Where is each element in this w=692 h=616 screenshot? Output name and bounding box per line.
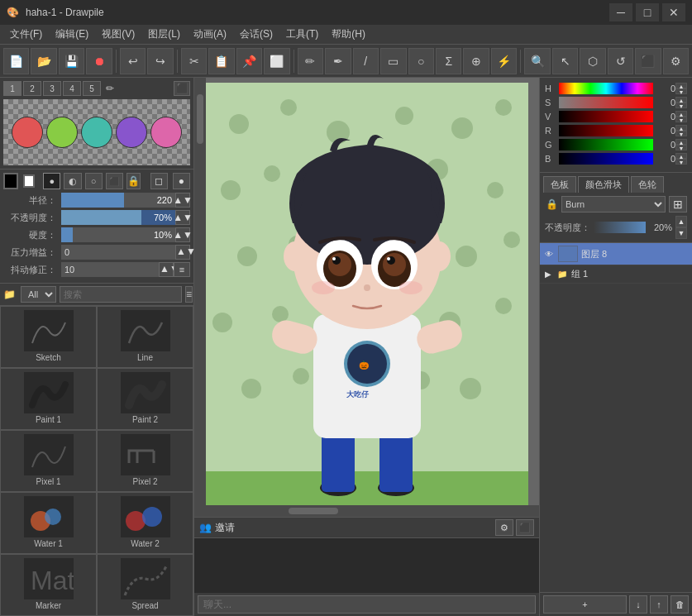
layer-opacity-slider[interactable] xyxy=(594,222,646,233)
record-button[interactable]: ⏺ xyxy=(86,48,112,74)
vertical-scrollbar[interactable] xyxy=(194,78,206,517)
s-slider[interactable] xyxy=(559,97,653,108)
pressure-spin[interactable]: ▲▼ xyxy=(175,245,190,260)
rect-button[interactable]: ▭ xyxy=(380,48,406,74)
fg-color-swatch[interactable] xyxy=(3,173,18,189)
paste-button[interactable]: 📌 xyxy=(236,48,262,74)
chat-settings-button[interactable]: ⚙ xyxy=(495,519,513,536)
s-spin-up[interactable]: ▲ xyxy=(675,97,687,103)
brush-type-outline-btn[interactable]: ○ xyxy=(85,173,103,189)
menu-item-帮助[interactable]: 帮助(H) xyxy=(325,26,372,43)
brush-search-input[interactable] xyxy=(60,286,182,303)
group1-expand-icon[interactable]: ▶ xyxy=(543,270,553,279)
brush-item-paint1[interactable]: Paint 1 xyxy=(0,368,97,430)
copy-button[interactable]: 📋 xyxy=(208,48,234,74)
brush-item-sketch[interactable]: Sketch xyxy=(0,306,97,368)
special-button[interactable]: ⚡ xyxy=(491,48,517,74)
brush-item-marker[interactable]: Mater Marker xyxy=(0,554,97,616)
menu-item-动画[interactable]: 动画(A) xyxy=(187,26,233,43)
chat-expand-button[interactable]: ⬛ xyxy=(516,519,534,536)
layer-item-8[interactable]: 👁 图层 8 xyxy=(540,243,692,265)
radius-spin[interactable]: ▲▼ xyxy=(175,193,190,208)
brush-type-half-btn[interactable]: ◐ xyxy=(64,173,81,189)
layer-opacity-spin-down[interactable]: ▼ xyxy=(675,227,687,239)
menu-item-图层[interactable]: 图层(L) xyxy=(141,26,187,43)
new-file-button[interactable]: 📄 xyxy=(3,48,29,74)
swatch-purple[interactable] xyxy=(116,117,147,148)
new-layer-button[interactable]: ⊞ xyxy=(669,196,687,212)
layer-up-button[interactable]: ↑ xyxy=(650,595,668,614)
brush-tab-icon[interactable]: ✏ xyxy=(106,83,114,94)
v-spin[interactable]: ▲ ▼ xyxy=(675,111,687,122)
swatch-tab-4[interactable]: 4 xyxy=(63,81,81,96)
ellipse-button[interactable]: ○ xyxy=(408,48,434,74)
jitter-menu-button[interactable]: ≡ xyxy=(174,262,190,277)
layer-item-group1[interactable]: ▶ 📁 组 1 xyxy=(540,265,692,284)
s-spin-down[interactable]: ▼ xyxy=(675,103,687,108)
swatch-tab-2[interactable]: 2 xyxy=(23,81,41,96)
brush-type-pixel-btn[interactable]: ⬛ xyxy=(106,173,123,189)
brush-folder-select[interactable]: All xyxy=(21,286,56,303)
h-slider[interactable] xyxy=(559,83,653,94)
delete-layer-button[interactable]: 🗑 xyxy=(671,595,689,614)
opacity-slider[interactable]: 70% xyxy=(61,210,175,225)
radius-slider[interactable]: 220 xyxy=(61,193,175,208)
tab-color-wheel[interactable]: 色轮 xyxy=(631,176,664,193)
layer-opacity-spin[interactable]: ▲ ▼ xyxy=(675,216,687,239)
swatch-tab-3[interactable]: 3 xyxy=(43,81,61,96)
horizontal-scrollbar[interactable] xyxy=(206,505,539,517)
text-button[interactable]: Σ xyxy=(436,48,461,74)
brush-item-water2[interactable]: Water 2 xyxy=(97,492,193,554)
h-spin-down[interactable]: ▼ xyxy=(675,88,687,94)
hardness-slider[interactable]: 10% xyxy=(61,227,175,242)
menu-item-会话[interactable]: 会话(S) xyxy=(233,26,279,43)
rect-select-button[interactable]: ⬜ xyxy=(264,48,289,74)
swatch-red[interactable] xyxy=(12,117,43,148)
brush-item-pixel2[interactable]: Pixel 2 xyxy=(97,430,193,492)
swatch-tab-5[interactable]: 5 xyxy=(83,81,101,96)
r-spin-down[interactable]: ▼ xyxy=(675,131,687,136)
close-button[interactable]: ✕ xyxy=(662,3,685,21)
hex-button[interactable]: ⬡ xyxy=(580,48,605,74)
maximize-button[interactable]: □ xyxy=(636,3,659,21)
pointer-button[interactable]: ↖ xyxy=(552,48,578,74)
menu-item-工具[interactable]: 工具(T) xyxy=(279,26,325,43)
menu-item-文件[interactable]: 文件(F) xyxy=(3,26,49,43)
r-spin[interactable]: ▲ ▼ xyxy=(675,125,687,136)
bg-color-swatch[interactable] xyxy=(23,174,35,188)
blend-mode-select[interactable]: Burn Normal Multiply Screen xyxy=(561,196,666,212)
v-spin-up[interactable]: ▲ xyxy=(675,111,687,117)
save-button[interactable]: 💾 xyxy=(59,48,84,74)
brush-lib-menu-button[interactable]: ≡ xyxy=(185,286,193,303)
g-slider[interactable] xyxy=(559,139,653,150)
minimize-button[interactable]: ─ xyxy=(609,3,632,21)
redo-button[interactable]: ↪ xyxy=(147,48,173,74)
b-slider[interactable] xyxy=(559,153,653,165)
layer-pick-button[interactable]: ⬛ xyxy=(635,48,661,74)
lock-button[interactable]: 🔒 xyxy=(126,173,141,189)
tab-color-sliders[interactable]: 颜色滑块 xyxy=(578,176,629,193)
add-layer-button[interactable]: + xyxy=(543,595,627,614)
settings-tool-button[interactable]: ⚙ xyxy=(663,48,689,74)
main-canvas[interactable]: 🎃 大吃仔 xyxy=(206,83,528,513)
opacity-spin[interactable]: ▲▼ xyxy=(175,210,190,225)
swatch-menu-button[interactable]: ⬛ xyxy=(174,81,190,96)
chat-input[interactable] xyxy=(198,595,536,614)
undo-button[interactable]: ↩ xyxy=(120,48,146,74)
smudge-button[interactable]: ● xyxy=(173,173,190,189)
menu-item-视图[interactable]: 视图(V) xyxy=(95,26,141,43)
erase-button[interactable]: ◻ xyxy=(150,173,168,189)
h-spin[interactable]: ▲ ▼ xyxy=(675,83,687,94)
brush-item-line[interactable]: Line xyxy=(97,306,193,368)
swatch-pink[interactable] xyxy=(150,117,182,148)
g-spin-down[interactable]: ▼ xyxy=(675,145,687,150)
layer-opacity-spin-up[interactable]: ▲ xyxy=(675,216,687,227)
open-file-button[interactable]: 📂 xyxy=(31,48,56,74)
freehand-button[interactable]: ✏ xyxy=(298,48,323,74)
canvas-container[interactable]: 🎃 大吃仔 xyxy=(194,78,539,517)
b-spin-down[interactable]: ▼ xyxy=(675,159,687,165)
swatch-teal[interactable] xyxy=(81,117,112,148)
brush-item-pixel1[interactable]: Pixel 1 xyxy=(0,430,97,492)
b-spin-up[interactable]: ▲ xyxy=(675,153,687,159)
r-spin-up[interactable]: ▲ xyxy=(675,125,687,131)
